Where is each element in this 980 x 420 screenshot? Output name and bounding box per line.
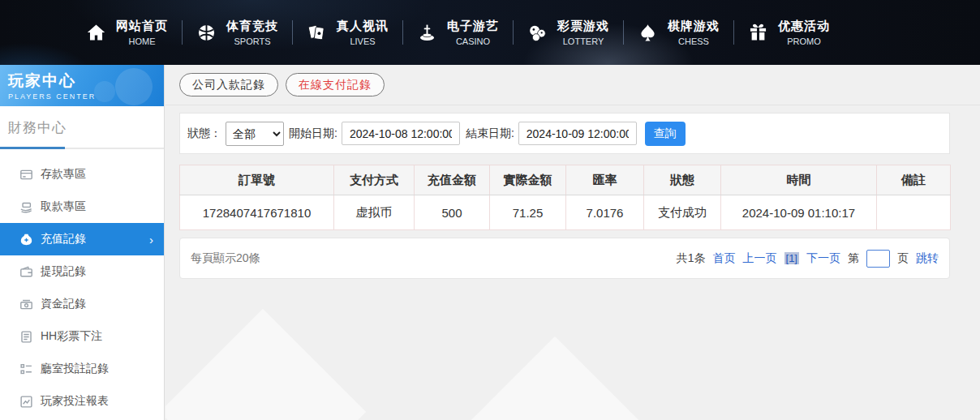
withdraw-icon: [19, 200, 33, 214]
prev-page-link[interactable]: 上一页: [743, 251, 777, 266]
cell-time: 2024-10-09 01:10:17: [721, 195, 877, 230]
cell-recharge-amount: 500: [415, 195, 490, 230]
filter-panel: 狀態： 全部 開始日期: 結束日期: 查詢: [179, 113, 950, 154]
jump-suffix: 页: [897, 251, 909, 266]
total-count: 共1条: [677, 251, 706, 266]
nav-label-zh: 真人视讯: [337, 19, 389, 34]
status-label: 狀態：: [187, 126, 221, 141]
pagination-bar: 每頁顯示20條 共1条 首页 上一页 [1] 下一页 第 页 跳转: [179, 238, 950, 279]
page-jump-input[interactable]: [866, 250, 890, 268]
nav-label-zh: 彩票游戏: [557, 19, 609, 34]
sidebar-item-label: 玩家投注報表: [41, 394, 109, 409]
sidebar-item-room-bet-records[interactable]: 廳室投註記錄: [0, 353, 164, 385]
sports-ball-icon: [196, 22, 217, 44]
nav-item-sports[interactable]: 体育竞技 SPORTS: [182, 0, 292, 65]
background-watermark: [463, 336, 647, 420]
page-size-text: 每頁顯示20條: [191, 251, 260, 266]
sidebar-item-withdraw[interactable]: 取款專區: [0, 191, 164, 223]
sidebar-item-label: HH彩票下注: [41, 329, 102, 344]
col-actual-amount: 實際金額: [490, 165, 566, 195]
end-date-input[interactable]: [518, 122, 637, 145]
section-title-finance: 財務中心: [0, 106, 164, 137]
lottery-bet-icon: [19, 330, 33, 344]
start-date-label: 開始日期:: [289, 126, 337, 141]
table-header-row: 訂單號 支付方式 充值金額 實際金額 匯率 狀態 時間 備註: [180, 165, 951, 195]
nav-label-en: LOTTERY: [557, 36, 609, 46]
col-status: 狀態: [644, 165, 721, 195]
cell-exchange-rate: 7.0176: [566, 195, 644, 230]
lottery-balls-icon: [527, 22, 548, 44]
tab-online-payment-records[interactable]: 在線支付記錄: [286, 73, 385, 96]
cell-payment-method: 虚拟币: [334, 195, 415, 230]
chevron-right-icon: ›: [149, 233, 153, 246]
nav-label-zh: 体育竞技: [226, 19, 278, 34]
background-watermark: [165, 309, 366, 420]
playing-cards-icon: [306, 22, 328, 44]
sidebar-item-player-bet-report[interactable]: 玩家投注報表: [0, 385, 164, 418]
cell-actual-amount: 71.25: [490, 195, 566, 230]
nav-label-zh: 电子游艺: [447, 19, 499, 34]
sidebar-item-label: 廳室投註記錄: [41, 362, 109, 376]
withdrawal-record-icon: [19, 265, 33, 279]
section-underline: [0, 148, 164, 149]
top-nav: 网站首页 HOME 体育竞技 SPORTS 真人视讯 LIVES: [0, 0, 980, 65]
recharge-records-table: 訂單號 支付方式 充值金額 實際金額 匯率 狀態 時間 備註 172840741…: [179, 165, 951, 230]
nav-item-casino[interactable]: 电子游艺 CASINO: [402, 0, 513, 65]
sidebar-item-recharge-records[interactable]: 充值記錄 ›: [0, 223, 164, 255]
sidebar-item-deposit[interactable]: 存款專區: [0, 158, 164, 191]
gamepad-watermark-icon: [115, 68, 153, 105]
nav-label-zh: 网站首页: [116, 19, 168, 34]
nav-label-en: CASINO: [447, 36, 499, 46]
col-exchange-rate: 匯率: [566, 165, 644, 195]
col-payment-method: 支付方式: [334, 165, 415, 195]
jump-link[interactable]: 跳转: [916, 251, 939, 266]
funds-record-icon: [19, 298, 33, 311]
deposit-icon: [19, 168, 33, 182]
nav-item-lottery[interactable]: 彩票游戏 LOTTERY: [513, 0, 623, 65]
pagination-controls: 共1条 首页 上一页 [1] 下一页 第 页 跳转: [677, 250, 939, 268]
cell-status: 支付成功: [644, 195, 721, 230]
sidebar-item-hh-lottery-bets[interactable]: HH彩票下注: [0, 320, 164, 353]
nav-items: 网站首页 HOME 体育竞技 SPORTS 真人视讯 LIVES: [71, 0, 844, 65]
col-time: 時間: [721, 165, 877, 195]
status-select[interactable]: 全部: [226, 122, 284, 146]
next-page-link[interactable]: 下一页: [806, 251, 840, 266]
nav-label-en: PROMO: [778, 36, 830, 46]
nav-item-promo[interactable]: 优惠活动 PROMO: [733, 0, 844, 65]
room-bet-icon: [19, 362, 33, 376]
recharge-bag-icon: [19, 233, 33, 246]
tab-company-deposit-records[interactable]: 公司入款記錄: [179, 73, 278, 96]
sidebar-menu: 存款專區 取款專區 充值記錄 › 提現記錄 資金記: [0, 158, 164, 418]
nav-item-lives[interactable]: 真人视讯 LIVES: [292, 0, 402, 65]
sidebar-item-withdrawal-records[interactable]: 提現記錄: [0, 255, 164, 288]
record-tabs: 公司入款記錄 在線支付記錄: [165, 65, 980, 105]
col-recharge-amount: 充值金額: [415, 165, 490, 195]
sidebar-item-funds-records[interactable]: 資金記錄: [0, 288, 164, 320]
spade-icon: [637, 22, 659, 44]
start-date-input[interactable]: [342, 122, 460, 145]
end-date-label: 結束日期:: [466, 126, 514, 141]
current-page-badge: [1]: [784, 252, 799, 264]
players-center-header: 玩家中心 PLAYERS CENTER: [0, 65, 164, 106]
cell-remark: [877, 195, 951, 230]
home-icon: [85, 22, 107, 44]
cell-order-no: 1728407417671810: [180, 195, 334, 230]
sidebar-item-label: 提現記錄: [41, 264, 86, 279]
nav-label-en: SPORTS: [226, 36, 278, 46]
nav-item-home[interactable]: 网站首页 HOME: [71, 0, 182, 65]
sidebar-item-label: 存款專區: [41, 167, 86, 182]
jump-prefix: 第: [848, 251, 859, 266]
search-button[interactable]: 查詢: [645, 122, 686, 146]
col-order-no: 訂單號: [180, 165, 334, 195]
nav-label-en: HOME: [116, 36, 168, 46]
nav-label-en: LIVES: [337, 36, 389, 46]
nav-label-zh: 优惠活动: [778, 19, 830, 34]
bet-report-icon: [19, 395, 33, 409]
sidebar: 玩家中心 PLAYERS CENTER 財務中心 存款專區 取款專區 充值記錄 …: [0, 65, 165, 420]
nav-item-chess[interactable]: 棋牌游戏 CHESS: [623, 0, 733, 65]
main-content: 公司入款記錄 在線支付記錄 狀態： 全部 開始日期: 結束日期: 查詢 訂單號: [165, 65, 980, 420]
nav-label-en: CHESS: [668, 36, 720, 46]
table-row: 1728407417671810 虚拟币 500 71.25 7.0176 支付…: [180, 195, 951, 230]
first-page-link[interactable]: 首页: [713, 251, 736, 266]
roulette-icon: [416, 22, 438, 44]
